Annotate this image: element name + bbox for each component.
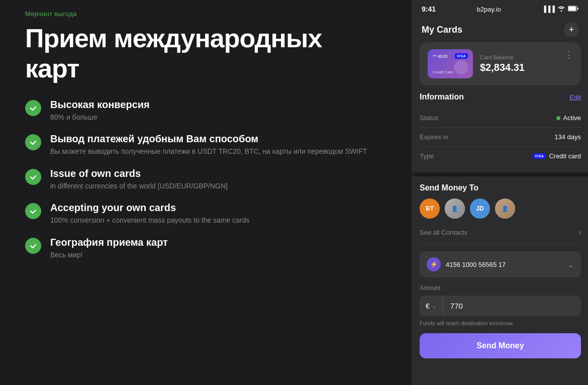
feature-desc: in different currencies of the world [US…	[50, 181, 228, 191]
info-label-status: Status	[420, 114, 438, 122]
check-icon	[25, 238, 41, 254]
info-value-type: VISA Credit card	[533, 152, 581, 160]
status-icons: ▐▐▐	[542, 6, 579, 13]
feature-title: Высокая конверсия	[50, 99, 150, 111]
info-value-expires: 134 days	[554, 133, 581, 141]
avatar-photo1[interactable]: 👤	[445, 199, 465, 219]
feature-desc: Вы можете выводить полученные платежи в …	[50, 147, 367, 157]
feature-desc: Весь мир!	[50, 250, 168, 260]
account-number: 4156 1000 56565 17	[446, 261, 506, 268]
check-icon	[25, 203, 41, 219]
chevron-down-icon: ⌄	[567, 260, 574, 269]
card-widget: ** 4628 VISA Credit Card Card Balance $2…	[420, 42, 581, 85]
account-icon: ⚡	[427, 257, 441, 271]
amount-label: Amount	[420, 284, 581, 292]
feature-desc: 100% conversion + convenient mass payout…	[50, 216, 250, 226]
amount-row: € ⌄	[420, 296, 581, 316]
send-money-button[interactable]: Send Money	[420, 333, 581, 358]
list-item: Issue of own cards in different currenci…	[25, 168, 387, 191]
plus-icon: +	[569, 25, 574, 34]
info-value-status: Active	[556, 114, 581, 122]
card-info: Card Balance $2,834.31	[480, 54, 573, 73]
card-accent-circle	[454, 60, 468, 74]
account-selector[interactable]: ⚡ 4156 1000 56565 17 ⌄	[420, 251, 581, 277]
card-menu-button[interactable]: ⋮	[564, 49, 574, 60]
feature-list: Высокая конверсия 80% и больше Вывод пла…	[25, 99, 387, 260]
phone-content[interactable]: My Cards + ** 4628 VISA Credit Card Card…	[413, 16, 588, 385]
send-money-title: Send Money To	[420, 183, 581, 192]
avatar-bt[interactable]: BT	[420, 199, 440, 219]
card-type-label: Credit Card	[433, 70, 453, 74]
currency-symbol: €	[426, 302, 430, 310]
status-time: 9:41	[422, 5, 436, 13]
feature-title: Issue of own cards	[50, 168, 228, 179]
feature-desc: 80% и больше	[50, 113, 150, 123]
information-section: Information Edit Status Active Expires i…	[413, 92, 588, 172]
status-dot	[556, 116, 560, 120]
battery-icon	[568, 6, 579, 13]
info-header: Information Edit	[420, 92, 581, 102]
card-balance-label: Card Balance	[480, 54, 573, 60]
check-icon	[25, 134, 41, 150]
see-all-label: See all Contacts	[420, 229, 467, 236]
visa-small-badge: VISA	[533, 153, 546, 159]
visa-badge: VISA	[455, 53, 468, 59]
see-all-row[interactable]: See all Contacts ›	[420, 224, 581, 244]
currency-chevron-icon: ⌄	[432, 303, 437, 310]
cards-header: My Cards +	[413, 16, 588, 42]
check-icon	[25, 169, 41, 185]
amount-input[interactable]	[443, 296, 581, 316]
status-domain: b2pay.io	[477, 6, 501, 13]
add-card-button[interactable]: +	[564, 22, 579, 37]
list-item: География приема карт Весь мир!	[25, 237, 387, 260]
main-title: Прием международных карт	[25, 24, 387, 84]
signal-icon: ▐▐▐	[542, 6, 555, 13]
section-divider	[413, 172, 588, 176]
svg-rect-1	[568, 7, 576, 11]
funds-notice: Funds will reach destination tomorrow.	[420, 320, 581, 326]
lightning-icon: ⚡	[430, 261, 438, 268]
info-label-expires: Expires in	[420, 133, 448, 141]
edit-link[interactable]: Edit	[570, 93, 581, 101]
card-balance-amount: $2,834.31	[480, 62, 573, 73]
list-item: Accepting your own cards 100% conversion…	[25, 202, 387, 226]
check-icon	[25, 100, 41, 116]
info-title: Information	[420, 92, 464, 102]
feature-title: Вывод платежей удобным Вам способом	[50, 133, 367, 145]
info-label-type: Type	[420, 152, 434, 160]
card-visual: ** 4628 VISA Credit Card	[428, 49, 473, 78]
send-money-section: Send Money To BT 👤 JD 👤 See all Contacts…	[413, 176, 588, 358]
info-row-status: Status Active	[420, 109, 581, 128]
contacts-row: BT 👤 JD 👤	[420, 199, 581, 219]
list-item: Вывод платежей удобным Вам способом Вы м…	[25, 133, 387, 157]
currency-selector[interactable]: € ⌄	[420, 296, 443, 316]
feature-title: География приема карт	[50, 237, 168, 248]
card-number-small: ** 4628	[433, 54, 448, 59]
avatar-jd[interactable]: JD	[470, 199, 490, 219]
cards-title: My Cards	[422, 25, 462, 35]
avatar-photo2[interactable]: 👤	[495, 199, 515, 219]
see-all-arrow-icon: ›	[578, 228, 581, 237]
list-item: Высокая конверсия 80% и больше	[25, 99, 387, 123]
brand-label: Мерчант выгода	[25, 10, 387, 18]
info-row-type: Type VISA Credit card	[420, 147, 581, 165]
wifi-icon	[557, 6, 565, 13]
left-panel: Мерчант выгода Прием международных карт …	[0, 0, 412, 385]
svg-rect-2	[577, 8, 578, 10]
info-row-expires: Expires in 134 days	[420, 128, 581, 147]
phone-panel: 9:41 b2pay.io ▐▐▐ My Cards +	[412, 0, 588, 385]
status-bar: 9:41 b2pay.io ▐▐▐	[413, 0, 588, 16]
feature-title: Accepting your own cards	[50, 202, 250, 214]
